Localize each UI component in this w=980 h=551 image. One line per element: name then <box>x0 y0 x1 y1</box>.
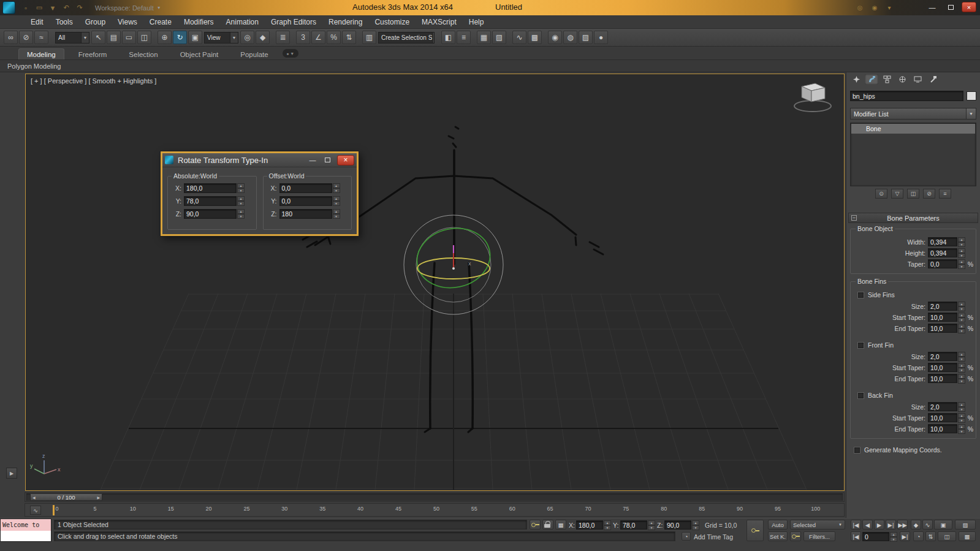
menu-animation[interactable]: Animation <box>220 18 265 26</box>
zoom-time-extents-icon[interactable]: ⇅ <box>925 531 936 541</box>
angle-snap-icon[interactable]: ∠ <box>311 31 325 44</box>
absolute-z-field[interactable]: 90,0 <box>184 209 237 219</box>
offset-y-spinner[interactable]: ▲▼ <box>333 196 340 206</box>
hierarchy-tab-icon[interactable] <box>880 74 894 85</box>
absolute-x-spinner[interactable]: ▲▼ <box>237 183 245 193</box>
time-slider-handle[interactable]: ◀ 0 / 100 ▶ <box>30 493 102 501</box>
menu-help[interactable]: Help <box>463 18 490 26</box>
configure-modifier-sets-icon[interactable]: ≡ <box>939 189 951 199</box>
sound-toggle-icon[interactable]: ∿ <box>922 520 933 530</box>
window-crossing-icon[interactable]: ◫ <box>137 31 151 44</box>
back-fin-size-field[interactable]: 2,0 <box>928 402 957 411</box>
back-fin-checkbox[interactable] <box>857 392 864 399</box>
tab-populate[interactable]: Populate <box>232 49 276 59</box>
align-icon[interactable]: ≡ <box>457 31 471 44</box>
bone-width-spinner[interactable]: ▲▼ <box>958 237 965 246</box>
generate-mapping-coords-checkbox[interactable] <box>854 447 860 454</box>
layer-manager-icon[interactable]: ▦ <box>477 31 491 44</box>
unlink-selection-icon[interactable]: ⊘ <box>19 31 33 44</box>
x-coordinate-field[interactable]: 180,0 <box>576 520 603 530</box>
back-fin-start-taper-field[interactable]: 10,0 <box>928 413 957 422</box>
key-mode-toggle-icon[interactable]: ◆ <box>911 520 921 530</box>
workspace-selector[interactable]: Workspace: Default ▼ <box>95 4 161 12</box>
x-coordinate-spinner[interactable]: ▲▼ <box>604 520 611 530</box>
select-and-manipulate-icon[interactable]: ◆ <box>256 31 270 44</box>
modify-tab-icon[interactable] <box>865 74 878 85</box>
previous-key-button[interactable]: |◀ <box>851 531 861 541</box>
viewport-layout-flyout-button[interactable]: ▶ <box>6 468 17 479</box>
offset-x-spinner[interactable]: ▲▼ <box>333 183 340 193</box>
menu-maxscript[interactable]: MAXScript <box>416 18 463 26</box>
auto-key-button[interactable]: Auto <box>768 520 788 530</box>
menu-group[interactable]: Group <box>79 18 112 26</box>
track-bar[interactable]: ∿ 0 5 10 15 20 25 30 35 40 45 50 55 60 6… <box>25 503 845 517</box>
utilities-tab-icon[interactable] <box>926 74 940 85</box>
dialog-close-button[interactable]: × <box>337 155 354 165</box>
schematic-view-icon[interactable]: ▩ <box>528 31 542 44</box>
absolute-offset-mode-icon[interactable]: ▦ <box>555 520 566 530</box>
listener-script-line[interactable] <box>1 531 51 541</box>
render-setup-icon[interactable]: ◍ <box>563 31 577 44</box>
side-fins-end-taper-spinner[interactable]: ▲▼ <box>958 324 965 333</box>
dialog-maximize-button[interactable] <box>322 156 332 164</box>
show-end-result-icon[interactable]: ▽ <box>891 189 903 199</box>
select-and-link-icon[interactable]: ∞ <box>4 31 18 44</box>
new-scene-icon[interactable]: ▫ <box>20 3 31 13</box>
selection-filter-dropdown[interactable]: All▼ <box>55 32 89 44</box>
side-fins-checkbox[interactable] <box>857 292 864 298</box>
side-fins-start-taper-spinner[interactable]: ▲▼ <box>958 313 965 322</box>
tab-object-paint[interactable]: Object Paint <box>172 49 227 59</box>
offset-y-field[interactable]: 0,0 <box>279 196 332 206</box>
y-coordinate-spinner[interactable]: ▲▼ <box>648 520 655 530</box>
help-menu-icon[interactable]: ▾ <box>884 2 894 12</box>
z-coordinate-spinner[interactable]: ▲▼ <box>692 520 699 530</box>
listener-macro-line[interactable]: Welcome to <box>1 519 51 531</box>
set-keys-button[interactable] <box>746 520 764 541</box>
pan-time-icon[interactable]: ◫ <box>938 531 956 541</box>
add-time-tag-label[interactable]: Add Time Tag <box>694 533 733 541</box>
play-button[interactable]: ▶ <box>874 520 884 530</box>
front-fin-size-field[interactable]: 2,0 <box>928 352 957 361</box>
front-fin-end-taper-spinner[interactable]: ▲▼ <box>958 374 965 383</box>
menu-modifiers[interactable]: Modifiers <box>178 18 220 26</box>
modifier-list-dropdown[interactable]: Modifier List ▼ <box>850 108 976 120</box>
time-tag-icon[interactable]: ◔ <box>682 532 691 541</box>
viewport-label[interactable]: [ + ] [ Perspective ] [ Smooth + Highlig… <box>31 77 156 85</box>
motion-tab-icon[interactable] <box>895 74 909 85</box>
create-tab-icon[interactable] <box>849 74 863 85</box>
menu-rendering[interactable]: Rendering <box>322 18 368 26</box>
tab-freeform[interactable]: Freeform <box>70 49 115 59</box>
current-frame-spinner[interactable]: ▲▼ <box>890 532 897 541</box>
menu-graph-editors[interactable]: Graph Editors <box>265 18 322 26</box>
percent-snap-icon[interactable]: % <box>327 31 341 44</box>
material-editor-icon[interactable]: ◉ <box>548 31 562 44</box>
open-file-icon[interactable]: ▭ <box>34 3 45 13</box>
bone-width-field[interactable]: 0,394 <box>928 237 957 246</box>
select-object-icon[interactable]: ↖ <box>91 31 105 44</box>
stack-item-bone[interactable]: Bone <box>851 124 975 134</box>
go-to-start-button[interactable]: |◀ <box>851 520 861 530</box>
back-fin-start-taper-spinner[interactable]: ▲▼ <box>958 413 965 422</box>
bone-height-spinner[interactable]: ▲▼ <box>958 248 965 257</box>
back-fin-end-taper-spinner[interactable]: ▲▼ <box>958 424 965 433</box>
close-button[interactable]: × <box>962 2 976 12</box>
key-filter-dropdown[interactable]: Selected ▼ <box>790 520 845 530</box>
save-file-icon[interactable]: ▼ <box>47 3 58 13</box>
bone-taper-field[interactable]: 0,0 <box>928 259 957 268</box>
object-name-field[interactable]: bn_hips <box>850 91 963 101</box>
select-and-scale-icon[interactable]: ▣ <box>188 31 202 44</box>
sign-in-icon[interactable]: ◉ <box>870 2 879 12</box>
select-and-move-icon[interactable]: ⊕ <box>158 31 172 44</box>
next-key-button[interactable]: ▶| <box>900 531 910 541</box>
edit-named-selection-sets-icon[interactable]: ▥ <box>362 31 376 44</box>
ribbon-config-icon[interactable]: ● ▼ <box>283 49 298 58</box>
tab-selection[interactable]: Selection <box>121 49 165 59</box>
front-fin-start-taper-spinner[interactable]: ▲▼ <box>958 363 965 372</box>
side-fins-size-field[interactable]: 2,0 <box>928 302 957 311</box>
pin-stack-icon[interactable]: ⊙ <box>875 189 887 199</box>
front-fin-end-taper-field[interactable]: 10,0 <box>928 374 957 383</box>
maximize-button[interactable] <box>943 2 958 12</box>
z-coordinate-field[interactable]: 90,0 <box>664 520 691 530</box>
minimize-button[interactable]: — <box>925 2 940 12</box>
selection-lock-toggle-icon[interactable] <box>542 520 553 530</box>
